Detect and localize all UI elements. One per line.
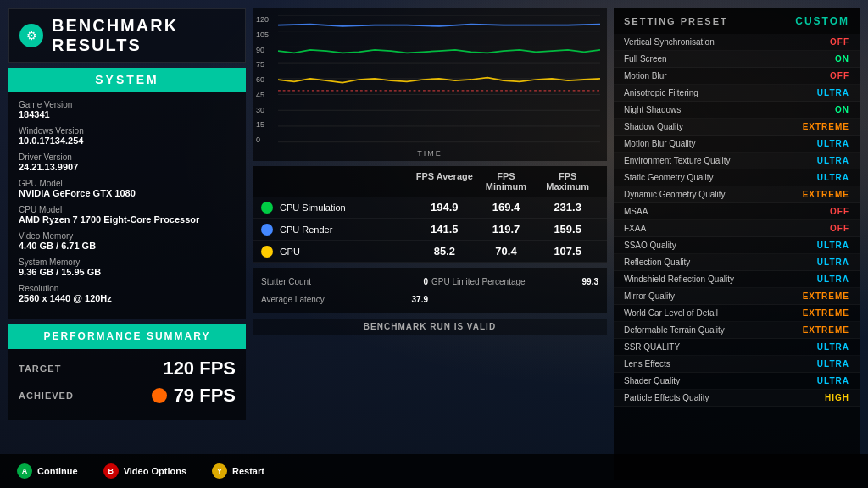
setting-row-3: Anisotropic Filtering ULTRA [614,85,860,102]
cpu-model-item: CPU Model AMD Ryzen 7 1700 Eight-Core Pr… [19,205,236,225]
title-bar: ⚙ BENCHMARK RESULTS [8,8,246,63]
restart-label: Restart [232,466,264,476]
setting-name-3: Anisotropic Filtering [624,88,698,97]
gpu-label: GPU [280,247,300,257]
setting-name-21: Particle Effects Quality [624,393,709,402]
setting-value-9: EXTREME [803,190,849,199]
game-version-item: Game Version 184341 [19,100,236,119]
cpu-render-label: CPU Render [280,225,332,235]
driver-version-item: Driver Version 24.21.13.9907 [19,152,236,172]
gpu-max: 107.5 [537,245,598,258]
avg-latency-value: 37.9 [412,295,428,304]
game-version-label: Game Version [19,100,236,109]
cpu-sim-max: 231.3 [537,201,598,214]
setting-name-8: Static Geometry Quality [624,173,714,182]
setting-row-12: SSAO Quality ULTRA [614,237,860,254]
setting-value-19: ULTRA [817,359,849,369]
achieved-label: ACHIEVED [19,391,74,401]
gpu-model-item: GPU Model NVIDIA GeForce GTX 1080 [19,179,236,198]
system-memory-value: 9.36 GB / 15.95 GB [19,267,236,277]
avg-latency-label: Average Latency [261,295,325,304]
gpu-limited-label: GPU Limited Percentage [431,277,526,286]
setting-row-14: Windshield Reflection Quality ULTRA [614,271,860,288]
system-memory-label: System Memory [19,258,236,267]
system-header: SYSTEM [8,68,246,92]
setting-row-4: Night Shadows ON [614,102,860,119]
middle-panel: 120 105 90 75 60 45 30 15 0 [253,8,607,480]
setting-name-20: Shader Quality [624,376,680,385]
setting-name-13: Reflection Quality [624,258,690,267]
setting-name-9: Dynamic Geometry Quality [624,190,725,199]
target-value: 120 FPS [163,358,236,380]
continue-label: Continue [37,466,78,476]
setting-name-0: Vertical Synchronisation [624,37,715,47]
setting-value-16: EXTREME [803,308,849,318]
setting-row-19: Lens Effects ULTRA [614,356,860,373]
video-options-label: Video Options [124,466,186,476]
system-section: SYSTEM Game Version 184341 Windows Versi… [8,68,246,319]
achieved-value: 79 FPS [174,385,236,407]
setting-row-8: Static Geometry Quality ULTRA [614,169,860,186]
setting-name-6: Motion Blur Quality [624,139,695,148]
setting-value-11: OFF [830,224,849,233]
windows-version-item: Windows Version 10.0.17134.254 [19,126,236,146]
setting-value-2: OFF [830,71,849,80]
fps-chart [278,15,600,144]
setting-row-16: World Car Level of Detail EXTREME [614,305,860,322]
setting-row-0: Vertical Synchronisation OFF [614,34,860,51]
chart-x-label: TIME [417,149,442,158]
gpu-limited-value: 99.3 [582,277,598,286]
fps-row-cpu-render: CPU Render 141.5 119.7 159.5 [253,219,607,241]
right-panel: SETTING PRESET CUSTOM Vertical Synchroni… [614,8,860,480]
setting-value-5: EXTREME [803,122,849,131]
setting-name-15: Mirror Quality [624,291,675,301]
setting-row-10: MSAA OFF [614,203,860,220]
valid-text: BENCHMARK RUN IS VALID [253,319,607,335]
restart-button[interactable]: Y Restart [212,463,264,479]
cpu-render-color [261,224,273,236]
gpu-model-value: NVIDIA GeForce GTX 1080 [19,188,236,198]
cpu-model-label: CPU Model [19,205,236,214]
setting-value-18: ULTRA [817,342,849,352]
setting-name-19: Lens Effects [624,359,670,369]
setting-name-12: SSAO Quality [624,241,676,250]
video-memory-item: Video Memory 4.40 GB / 6.71 GB [19,231,236,251]
a-button-icon: A [17,463,32,479]
stutter-count-value: 0 [423,277,428,286]
setting-value-3: ULTRA [817,88,849,97]
cpu-sim-avg: 194.9 [414,201,476,214]
driver-version-value: 24.21.13.9907 [19,162,236,172]
target-row: TARGET 120 FPS [19,358,236,380]
video-memory-label: Video Memory [19,231,236,241]
setting-value-10: OFF [830,207,849,216]
cpu-render-max: 159.5 [537,223,598,236]
setting-value-12: ULTRA [817,241,849,250]
setting-name-14: Windshield Reflection Quality [624,274,734,284]
setting-value-17: EXTREME [803,325,849,335]
cpu-render-avg: 141.5 [414,223,476,236]
left-panel: ⚙ BENCHMARK RESULTS SYSTEM Game Version … [8,8,246,480]
setting-value-0: OFF [830,37,849,47]
fps-col-min: FPS Minimum [476,171,537,191]
windows-version-label: Windows Version [19,126,236,136]
setting-value-21: HIGH [825,393,849,402]
cpu-render-min: 119.7 [476,223,537,236]
setting-name-10: MSAA [624,207,648,216]
performance-header: PERFORMANCE SUMMARY [8,324,246,349]
fps-table: FPS Average FPS Minimum FPS Maximum CPU … [253,166,607,263]
fps-row-cpu-sim: CPU Simulation 194.9 169.4 231.3 [253,197,607,219]
settings-header: SETTING PRESET CUSTOM [614,8,860,34]
driver-version-label: Driver Version [19,152,236,162]
setting-name-4: Night Shadows [624,105,681,114]
setting-row-9: Dynamic Geometry Quality EXTREME [614,186,860,203]
achieved-row: ACHIEVED 79 FPS [19,385,236,407]
continue-button[interactable]: A Continue [17,463,78,479]
setting-value-14: ULTRA [817,274,849,284]
setting-value-13: ULTRA [817,258,849,267]
main-container: ⚙ BENCHMARK RESULTS SYSTEM Game Version … [0,0,868,488]
achieved-value-group: 79 FPS [152,385,236,407]
setting-name-2: Motion Blur [624,71,667,80]
video-options-button[interactable]: B Video Options [103,463,186,479]
setting-row-7: Environment Texture Quality ULTRA [614,152,860,169]
windows-version-value: 10.0.17134.254 [19,136,236,146]
